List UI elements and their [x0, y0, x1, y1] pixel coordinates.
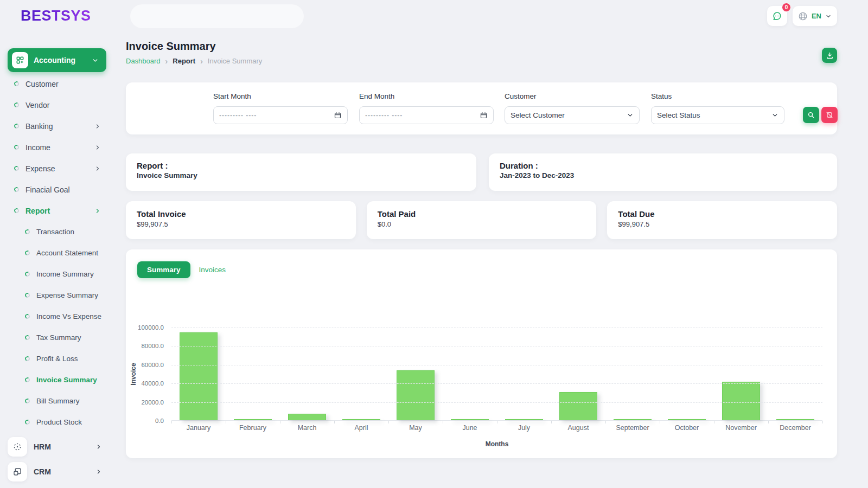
bar-march[interactable] — [288, 414, 326, 420]
sidebar-item-expense-summary[interactable]: Expense Summary — [0, 285, 115, 306]
stats-row: Total Invoice$99,907.5Total Paid$0.0Tota… — [126, 201, 837, 239]
duration-info-title: Duration : — [500, 161, 826, 170]
sidebar-item-income-summary[interactable]: Income Summary — [0, 264, 115, 285]
duration-info-card: Duration : Jan-2023 to Dec-2023 — [489, 153, 837, 191]
status-select[interactable]: Select Status — [651, 106, 784, 124]
sidebar-item-vendor[interactable]: Vendor — [0, 94, 115, 115]
bullet-icon — [24, 313, 30, 319]
breadcrumb-report[interactable]: Report — [173, 57, 195, 65]
sidebar-item-report[interactable]: Report — [0, 200, 115, 221]
sidebar-nav: CustomerVendorBankingIncomeExpenseFinaci… — [0, 73, 115, 433]
grid-icon — [12, 52, 28, 68]
customer-label: Customer — [505, 92, 537, 100]
tab-invoices[interactable]: Invoices — [199, 266, 226, 274]
x-tick-label-january: January — [171, 424, 226, 432]
bullet-icon — [24, 377, 30, 383]
bar-april[interactable] — [342, 419, 380, 420]
bar-august[interactable] — [559, 392, 597, 420]
y-tick-label: 20000.0 — [126, 399, 167, 406]
bar-slot-november — [714, 328, 768, 420]
sidebar-item-tax-summary[interactable]: Tax Summary — [0, 327, 115, 348]
sidebar-item-bill-summary[interactable]: Bill Summary — [0, 390, 115, 412]
bar-slot-september — [605, 328, 660, 420]
tab-summary[interactable]: Summary — [137, 261, 190, 278]
x-tick-mark — [388, 421, 389, 423]
messages-button[interactable]: 0 — [767, 6, 787, 26]
duration-info-value: Jan-2023 to Dec-2023 — [500, 171, 826, 179]
x-tick-mark — [768, 421, 769, 423]
page-title: Invoice Summary — [126, 40, 837, 53]
language-selector[interactable]: EN — [793, 6, 837, 26]
start-month-field[interactable] — [213, 106, 348, 124]
bar-slot-october — [660, 328, 714, 420]
bar-slot-july — [497, 328, 551, 420]
chevron-right-icon — [94, 165, 101, 172]
sidebar-item-label: Customer — [25, 80, 59, 88]
start-month-input[interactable] — [219, 112, 329, 119]
module-hrm-item[interactable]: HRM — [0, 434, 115, 459]
stat-label: Total Paid — [378, 209, 586, 219]
report-info-title: Report : — [137, 161, 465, 170]
sidebar-item-transaction[interactable]: Transaction — [0, 221, 115, 242]
sidebar-item-finacial-goal[interactable]: Finacial Goal — [0, 179, 115, 200]
sidebar-item-label: Income Vs Expense — [36, 312, 101, 320]
chevron-down-icon — [825, 13, 832, 20]
stat-value: $99,907.5 — [618, 220, 826, 228]
bar-november[interactable] — [722, 382, 760, 420]
x-tick-mark — [226, 421, 226, 423]
bar-february[interactable] — [234, 419, 272, 420]
language-code: EN — [812, 12, 821, 20]
bar-october[interactable] — [668, 419, 706, 420]
bar-slot-august — [551, 328, 605, 420]
chevron-right-icon — [95, 444, 102, 450]
sidebar-item-banking[interactable]: Banking — [0, 115, 115, 137]
module-crm-item[interactable]: CRM — [0, 459, 115, 484]
bar-july[interactable] — [505, 419, 543, 420]
stat-value: $99,907.5 — [137, 220, 345, 228]
end-month-field[interactable] — [359, 106, 494, 124]
bar-september[interactable] — [614, 419, 652, 420]
breadcrumb-dashboard[interactable]: Dashboard — [126, 57, 161, 65]
status-label: Status — [651, 92, 672, 100]
brand-logo[interactable]: BESTSYS — [21, 8, 91, 24]
gridline — [171, 328, 822, 328]
sidebar-item-income-vs-expense[interactable]: Income Vs Expense — [0, 306, 115, 327]
x-tick-mark — [280, 421, 280, 423]
sidebar-item-label: Finacial Goal — [25, 185, 70, 194]
bar-december[interactable] — [776, 419, 814, 420]
stat-card-total-invoice: Total Invoice$99,907.5 — [126, 201, 356, 239]
x-tick-mark — [334, 421, 335, 423]
x-tick-mark — [443, 421, 443, 423]
sidebar-item-invoice-summary[interactable]: Invoice Summary — [0, 369, 115, 390]
reset-filter-button[interactable] — [821, 107, 838, 123]
calendar-icon — [334, 111, 342, 119]
chevron-right-icon: › — [165, 57, 168, 65]
x-tick-mark — [714, 421, 714, 423]
end-month-input[interactable] — [365, 112, 475, 119]
chat-bubble-icon — [771, 11, 782, 22]
sidebar-item-label: Income Summary — [36, 270, 94, 278]
sidebar-item-account-statement[interactable]: Account Statement — [0, 242, 115, 264]
report-info-value: Invoice Summary — [137, 171, 465, 179]
download-button[interactable] — [822, 48, 837, 63]
sidebar-item-income[interactable]: Income — [0, 137, 115, 158]
apply-filter-button[interactable] — [803, 107, 819, 123]
sidebar-item-profit-loss[interactable]: Profit & Loss — [0, 348, 115, 369]
chart-x-axis-title: Months — [171, 440, 822, 448]
sidebar-item-expense[interactable]: Expense — [0, 158, 115, 179]
chevron-right-icon — [94, 208, 101, 214]
chart-plot — [171, 328, 822, 421]
sidebar-item-product-stock[interactable]: Product Stock — [0, 412, 115, 433]
x-tick-mark — [171, 421, 172, 423]
globe-icon — [798, 11, 808, 21]
x-tick-label-september: September — [605, 424, 660, 432]
y-tick-label: 100000.0 — [126, 324, 167, 331]
module-accounting-button[interactable]: Accounting — [8, 48, 106, 72]
bar-june[interactable] — [451, 419, 489, 420]
gridline — [171, 346, 822, 346]
bar-slot-february — [226, 328, 280, 420]
bar-may[interactable] — [397, 370, 435, 420]
sidebar-item-customer[interactable]: Customer — [0, 73, 115, 94]
customer-select[interactable]: Select Customer — [505, 106, 640, 124]
bar-slot-march — [280, 328, 334, 420]
